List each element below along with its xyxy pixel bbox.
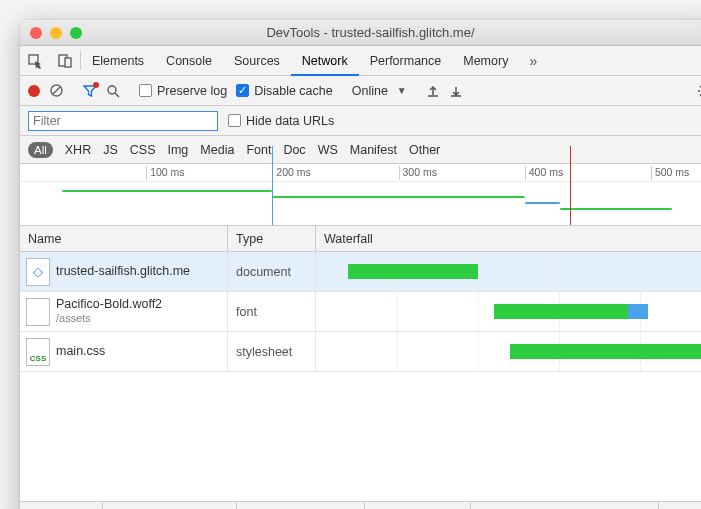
svg-rect-2 xyxy=(65,58,71,67)
status-domcontentloaded: DOMContentLoaded: 182 ms xyxy=(471,502,659,509)
clear-icon[interactable] xyxy=(49,83,64,98)
column-name[interactable]: Name xyxy=(20,226,228,251)
overview-tick: 200 ms xyxy=(272,166,310,180)
titlebar[interactable]: DevTools - trusted-sailfish.glitch.me/ xyxy=(20,20,701,46)
timeline-overview[interactable]: 100 ms200 ms300 ms400 ms500 ms xyxy=(20,164,701,226)
hide-data-urls-checkbox[interactable]: Hide data URLs xyxy=(228,114,334,128)
waterfall-cell xyxy=(316,252,701,291)
table-row[interactable]: ◇trusted-sailfish.glitch.medocument xyxy=(20,252,701,292)
window-title: DevTools - trusted-sailfish.glitch.me/ xyxy=(20,25,701,40)
request-type: stylesheet xyxy=(228,332,316,371)
grid-header: Name Type Waterfall▲ xyxy=(20,226,701,252)
request-type: document xyxy=(228,252,316,291)
overview-bar xyxy=(560,208,672,210)
type-filter-manifest[interactable]: Manifest xyxy=(350,143,397,157)
column-waterfall[interactable]: Waterfall▲ xyxy=(316,226,701,251)
search-icon[interactable] xyxy=(106,84,120,98)
type-filter-all[interactable]: All xyxy=(28,142,53,158)
overview-marker xyxy=(272,146,273,225)
disable-cache-checkbox[interactable]: ✓Disable cache xyxy=(236,84,333,98)
table-row[interactable]: CSSmain.cssstylesheet xyxy=(20,332,701,372)
overview-bar xyxy=(272,196,524,198)
waterfall-bar xyxy=(628,304,648,319)
overview-marker xyxy=(570,146,571,225)
waterfall-bar xyxy=(510,344,701,359)
overview-bar xyxy=(62,190,272,192)
type-filter-ws[interactable]: WS xyxy=(318,143,338,157)
type-filter-media[interactable]: Media xyxy=(200,143,234,157)
close-icon[interactable] xyxy=(30,27,42,39)
type-filter-font[interactable]: Font xyxy=(246,143,271,157)
preserve-log-checkbox[interactable]: Preserve log xyxy=(139,84,227,98)
tab-elements[interactable]: Elements xyxy=(81,46,155,75)
status-resources: 23.3 KB resources xyxy=(237,502,365,509)
filter-input[interactable] xyxy=(28,111,218,131)
settings-gear-icon[interactable] xyxy=(697,83,701,99)
device-toolbar-icon[interactable] xyxy=(50,46,80,75)
filter-bar: Hide data URLs xyxy=(20,106,701,136)
tab-sources[interactable]: Sources xyxy=(223,46,291,75)
more-tabs-icon[interactable]: » xyxy=(519,46,547,75)
type-filter-doc[interactable]: Doc xyxy=(283,143,305,157)
status-bar: 3 requests 23.9 KB transferred 23.3 KB r… xyxy=(20,501,701,509)
waterfall-cell xyxy=(316,292,701,331)
waterfall-cell xyxy=(316,332,701,371)
request-type: font xyxy=(228,292,316,331)
status-requests: 3 requests xyxy=(20,502,103,509)
table-row[interactable]: Pacifico-Bold.woff2/assetsfont xyxy=(20,292,701,332)
overview-tick: 400 ms xyxy=(525,166,563,180)
svg-point-8 xyxy=(108,86,116,94)
tab-performance[interactable]: Performance xyxy=(359,46,453,75)
network-toolbar: Preserve log ✓Disable cache Online ▼ xyxy=(20,76,701,106)
file-doc-icon: ◇ xyxy=(26,258,50,286)
overview-tick: 500 ms xyxy=(651,166,689,180)
type-filter-js[interactable]: JS xyxy=(103,143,118,157)
status-finish: Finish: 419 ms xyxy=(365,502,471,509)
throttling-label: Online xyxy=(352,84,388,98)
devtools-window: DevTools - trusted-sailfish.glitch.me/ E… xyxy=(20,20,701,509)
request-name: Pacifico-Bold.woff2 xyxy=(56,297,162,312)
overview-tick: 300 ms xyxy=(399,166,437,180)
upload-har-icon[interactable] xyxy=(426,84,440,98)
waterfall-bar xyxy=(494,304,628,319)
request-grid: ◇trusted-sailfish.glitch.medocumentPacif… xyxy=(20,252,701,501)
zoom-icon[interactable] xyxy=(70,27,82,39)
request-path: /assets xyxy=(56,312,162,325)
file-css-icon: CSS xyxy=(26,338,50,366)
throttling-dropdown-icon[interactable]: ▼ xyxy=(397,85,407,96)
status-transferred: 23.9 KB transferred xyxy=(103,502,236,509)
inspect-element-icon[interactable] xyxy=(20,46,50,75)
type-filter-bar: AllXHRJSCSSImgMediaFontDocWSManifestOthe… xyxy=(20,136,701,164)
column-type[interactable]: Type xyxy=(228,226,316,251)
record-icon[interactable] xyxy=(28,85,40,97)
tab-network[interactable]: Network xyxy=(291,46,359,75)
type-filter-other[interactable]: Other xyxy=(409,143,440,157)
tab-bar: ElementsConsoleSourcesNetworkPerformance… xyxy=(20,46,701,76)
overview-tick: 100 ms xyxy=(146,166,184,180)
svg-line-9 xyxy=(115,93,119,97)
waterfall-bar xyxy=(348,264,478,279)
overview-bar xyxy=(525,202,560,204)
minimize-icon[interactable] xyxy=(50,27,62,39)
request-name: trusted-sailfish.glitch.me xyxy=(56,264,190,279)
type-filter-img[interactable]: Img xyxy=(167,143,188,157)
request-name: main.css xyxy=(56,344,105,359)
settings-menu-icon[interactable] xyxy=(691,46,701,75)
tab-memory[interactable]: Memory xyxy=(452,46,519,75)
type-filter-xhr[interactable]: XHR xyxy=(65,143,91,157)
type-filter-css[interactable]: CSS xyxy=(130,143,156,157)
svg-line-7 xyxy=(53,87,61,95)
filter-icon[interactable] xyxy=(83,84,97,98)
tab-console[interactable]: Console xyxy=(155,46,223,75)
file-blank-icon xyxy=(26,298,50,326)
download-har-icon[interactable] xyxy=(449,84,463,98)
